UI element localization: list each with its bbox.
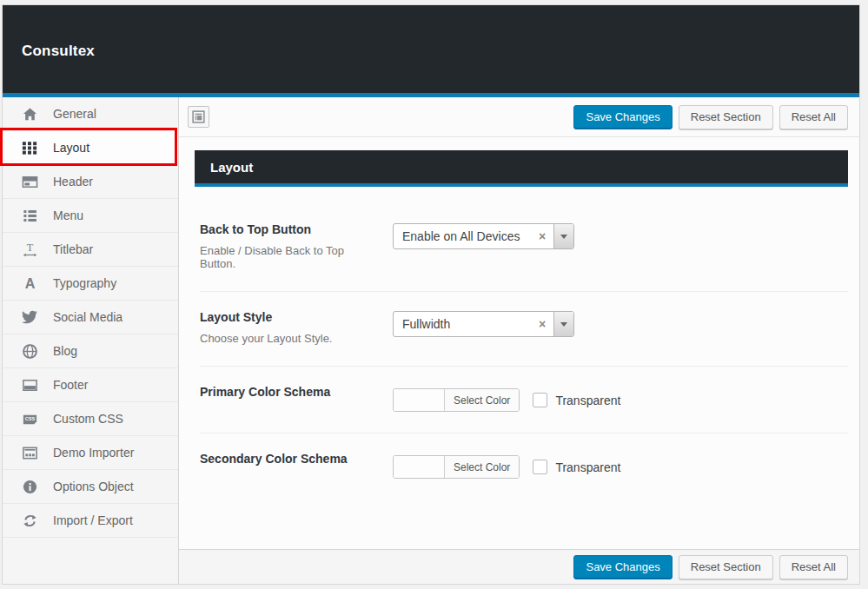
sidebar-item-header[interactable]: Header	[3, 165, 178, 199]
sync-arrows-icon	[21, 513, 38, 529]
sidebar-item-label: Menu	[53, 208, 83, 222]
primary-color-picker-button[interactable]: Select Color	[393, 388, 520, 412]
panel-title: Consultex	[22, 43, 859, 60]
chevron-down-icon[interactable]	[553, 312, 573, 336]
field-title: Layout Style	[200, 310, 377, 324]
sidebar-item-footer[interactable]: Footer	[3, 368, 178, 402]
select-color-label[interactable]: Select Color	[445, 456, 519, 478]
select-value: Fullwidth	[394, 317, 531, 331]
color-swatch[interactable]	[394, 389, 445, 411]
field-title: Back to Top Button	[200, 222, 377, 236]
select-color-label[interactable]: Select Color	[445, 389, 519, 411]
reset-all-button[interactable]: Reset All	[779, 555, 848, 579]
sidebar-item-import-export[interactable]: Import / Export	[3, 504, 178, 538]
transparent-checkbox[interactable]	[533, 393, 547, 407]
sidebar-item-social-media[interactable]: Social Media	[3, 301, 178, 334]
field-row-back-to-top: Back to Top Button Enable / Disable Back…	[200, 204, 848, 292]
sidebar-item-label: Demo Importer	[53, 446, 134, 460]
svg-text:CSS: CSS	[24, 416, 35, 421]
clear-icon[interactable]: ×	[531, 224, 553, 248]
theme-options-panel: Consultex General Layout	[2, 4, 860, 585]
sidebar-item-label: Import / Export	[53, 513, 133, 527]
sidebar-item-label: Footer	[53, 378, 88, 392]
field-description: Enable / Disable Back to Top Button.	[200, 244, 377, 270]
header-icon	[21, 174, 38, 190]
sidebar-item-label: General	[53, 107, 96, 121]
text-width-icon: T	[21, 242, 38, 258]
reset-section-button[interactable]: Reset Section	[679, 105, 773, 129]
typography-icon: A	[21, 275, 38, 292]
settings-main: Layout Back to Top Button Enable / Disab…	[179, 137, 859, 549]
sidebar-item-label: Titlebar	[53, 242, 93, 256]
bottom-action-bar: Save Changes Reset Section Reset All	[179, 549, 859, 584]
twitter-icon	[21, 309, 38, 325]
info-circle-icon	[21, 479, 38, 495]
reset-all-button[interactable]: Reset All	[779, 105, 848, 129]
sidebar-item-layout[interactable]: Layout	[3, 131, 178, 165]
save-changes-button[interactable]: Save Changes	[573, 555, 672, 579]
sidebar-item-label: Social Media	[53, 310, 123, 324]
reset-section-button[interactable]: Reset Section	[679, 555, 773, 579]
globe-icon	[21, 343, 38, 360]
content-area: Save Changes Reset Section Reset All Lay…	[179, 97, 859, 584]
back-to-top-select[interactable]: Enable on All Devices ×	[393, 223, 574, 249]
chevron-down-icon[interactable]	[553, 224, 573, 248]
svg-text:A: A	[24, 275, 35, 291]
expand-options-button[interactable]	[188, 106, 209, 128]
color-swatch[interactable]	[394, 456, 445, 478]
field-row-secondary-color: Secondary Color Schema Select Color Tran…	[200, 433, 848, 500]
field-title: Secondary Color Schema	[200, 452, 377, 466]
select-value: Enable on All Devices	[394, 229, 531, 243]
sidebar-item-label: Blog	[53, 344, 77, 358]
sidebar-item-general[interactable]: General	[3, 97, 178, 131]
menu-list-icon	[21, 208, 38, 224]
panel-header: Consultex	[3, 5, 859, 93]
sidebar-item-label: Typography	[53, 276, 116, 290]
sidebar-item-blog[interactable]: Blog	[3, 334, 178, 368]
transparent-label: Transparent	[555, 460, 620, 474]
save-changes-button[interactable]: Save Changes	[573, 105, 672, 129]
secondary-color-picker-button[interactable]: Select Color	[393, 455, 520, 479]
section-title: Layout	[210, 160, 253, 175]
layout-style-select[interactable]: Fullwidth ×	[393, 311, 574, 337]
fields-list: Back to Top Button Enable / Disable Back…	[195, 204, 848, 500]
sidebar-item-label: Layout	[53, 141, 89, 155]
sidebar-item-titlebar[interactable]: T Titlebar	[3, 233, 178, 267]
field-row-primary-color: Primary Color Schema Select Color Transp…	[200, 367, 848, 433]
sidebar-item-label: Header	[53, 175, 93, 189]
home-icon	[21, 106, 38, 122]
transparent-checkbox[interactable]	[533, 460, 547, 474]
importer-screen-icon	[21, 445, 38, 461]
sidebar-item-options-object[interactable]: Options Object	[3, 470, 178, 504]
svg-text:T: T	[26, 242, 33, 254]
sidebar-item-demo-importer[interactable]: Demo Importer	[3, 436, 178, 470]
sidebar-item-label: Options Object	[53, 480, 134, 493]
field-description: Choose your Layout Style.	[200, 332, 377, 345]
sidebar-item-label: Custom CSS	[53, 412, 123, 426]
sidebar: General Layout	[3, 97, 179, 584]
sidebar-item-typography[interactable]: A Typography	[3, 267, 178, 301]
top-action-bar: Save Changes Reset Section Reset All	[179, 97, 859, 137]
sidebar-item-menu[interactable]: Menu	[3, 199, 178, 233]
grid-icon	[21, 140, 38, 156]
section-header: Layout	[195, 150, 848, 187]
sidebar-item-custom-css[interactable]: CSS Custom CSS	[3, 402, 178, 436]
clear-icon[interactable]: ×	[531, 312, 553, 336]
transparent-label: Transparent	[555, 394, 620, 407]
field-row-layout-style: Layout Style Choose your Layout Style. F…	[200, 292, 848, 367]
css-badge-icon: CSS	[21, 411, 38, 427]
field-title: Primary Color Schema	[200, 385, 377, 399]
footer-icon	[21, 377, 38, 394]
